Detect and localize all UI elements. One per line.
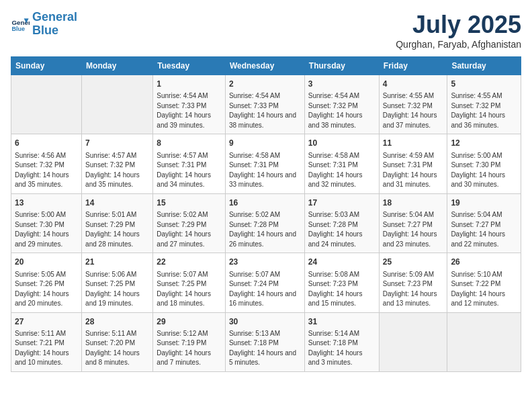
day-info: Sunrise: 5:00 AMSunset: 7:30 PMDaylight:… (15, 210, 78, 249)
logo-icon: General Blue (11, 15, 30, 34)
calendar-header-tuesday: Tuesday (153, 57, 226, 75)
day-info: Sunrise: 4:54 AMSunset: 7:33 PMDaylight:… (157, 91, 222, 130)
day-info: Sunrise: 5:10 AMSunset: 7:22 PMDaylight:… (451, 270, 517, 309)
calendar-day-cell: 5Sunrise: 4:55 AMSunset: 7:32 PMDaylight… (447, 75, 521, 134)
calendar-header-row: SundayMondayTuesdayWednesdayThursdayFrid… (11, 57, 521, 75)
calendar-day-cell: 9Sunrise: 4:58 AMSunset: 7:31 PMDaylight… (225, 134, 304, 193)
day-number: 26 (451, 257, 517, 268)
svg-text:Blue: Blue (11, 26, 25, 32)
calendar-week-row: 20Sunrise: 5:05 AMSunset: 7:26 PMDayligh… (11, 253, 521, 312)
day-number: 29 (157, 316, 222, 328)
page-header: General Blue General Blue July 2025 Qurg… (11, 11, 521, 50)
day-number: 15 (157, 197, 222, 209)
calendar-day-cell (82, 75, 153, 134)
day-info: Sunrise: 5:02 AMSunset: 7:29 PMDaylight:… (157, 210, 222, 249)
day-info: Sunrise: 5:13 AMSunset: 7:18 PMDaylight:… (229, 329, 301, 368)
day-number: 10 (308, 138, 375, 149)
calendar-day-cell (447, 312, 521, 371)
calendar-day-cell: 31Sunrise: 5:14 AMSunset: 7:18 PMDayligh… (304, 312, 379, 371)
day-info: Sunrise: 4:54 AMSunset: 7:33 PMDaylight:… (229, 91, 301, 130)
day-info: Sunrise: 5:01 AMSunset: 7:29 PMDaylight:… (85, 210, 149, 249)
day-info: Sunrise: 5:05 AMSunset: 7:26 PMDaylight:… (15, 270, 78, 309)
month-title: July 2025 (396, 11, 521, 39)
day-number: 9 (229, 138, 301, 149)
day-info: Sunrise: 5:03 AMSunset: 7:28 PMDaylight:… (308, 210, 375, 249)
day-number: 20 (15, 257, 78, 268)
calendar-day-cell: 8Sunrise: 4:57 AMSunset: 7:31 PMDaylight… (153, 134, 226, 193)
calendar-day-cell: 12Sunrise: 5:00 AMSunset: 7:30 PMDayligh… (447, 134, 521, 193)
calendar-header-thursday: Thursday (304, 57, 379, 75)
day-info: Sunrise: 5:08 AMSunset: 7:23 PMDaylight:… (308, 270, 375, 309)
calendar-day-cell: 18Sunrise: 5:04 AMSunset: 7:27 PMDayligh… (379, 193, 447, 253)
day-info: Sunrise: 5:02 AMSunset: 7:28 PMDaylight:… (229, 210, 301, 249)
title-block: July 2025 Qurghan, Faryab, Afghanistan (396, 11, 521, 50)
calendar-week-row: 13Sunrise: 5:00 AMSunset: 7:30 PMDayligh… (11, 193, 521, 253)
day-info: Sunrise: 5:07 AMSunset: 7:24 PMDaylight:… (229, 270, 301, 309)
calendar-day-cell: 26Sunrise: 5:10 AMSunset: 7:22 PMDayligh… (447, 253, 521, 312)
calendar-day-cell: 15Sunrise: 5:02 AMSunset: 7:29 PMDayligh… (153, 193, 226, 253)
calendar-day-cell: 2Sunrise: 4:54 AMSunset: 7:33 PMDaylight… (225, 75, 304, 134)
day-number: 1 (157, 79, 222, 90)
day-info: Sunrise: 5:11 AMSunset: 7:20 PMDaylight:… (85, 329, 149, 368)
calendar-day-cell: 29Sunrise: 5:12 AMSunset: 7:19 PMDayligh… (153, 312, 226, 371)
day-number: 18 (383, 197, 444, 209)
calendar-day-cell: 11Sunrise: 4:59 AMSunset: 7:31 PMDayligh… (379, 134, 447, 193)
calendar-day-cell: 3Sunrise: 4:54 AMSunset: 7:32 PMDaylight… (304, 75, 379, 134)
calendar-week-row: 27Sunrise: 5:11 AMSunset: 7:21 PMDayligh… (11, 312, 521, 371)
day-number: 16 (229, 197, 301, 209)
day-number: 19 (451, 197, 517, 209)
day-info: Sunrise: 4:58 AMSunset: 7:31 PMDaylight:… (308, 151, 375, 190)
calendar-day-cell: 25Sunrise: 5:09 AMSunset: 7:23 PMDayligh… (379, 253, 447, 312)
day-info: Sunrise: 5:09 AMSunset: 7:23 PMDaylight:… (383, 270, 444, 309)
day-number: 11 (383, 138, 444, 149)
day-info: Sunrise: 5:11 AMSunset: 7:21 PMDaylight:… (15, 329, 78, 368)
subtitle: Qurghan, Faryab, Afghanistan (396, 39, 521, 50)
calendar-day-cell: 13Sunrise: 5:00 AMSunset: 7:30 PMDayligh… (11, 193, 82, 253)
calendar-day-cell: 27Sunrise: 5:11 AMSunset: 7:21 PMDayligh… (11, 312, 82, 371)
day-number: 27 (15, 316, 78, 328)
day-info: Sunrise: 5:14 AMSunset: 7:18 PMDaylight:… (308, 329, 375, 368)
day-number: 4 (383, 79, 444, 90)
calendar-day-cell: 16Sunrise: 5:02 AMSunset: 7:28 PMDayligh… (225, 193, 304, 253)
calendar-header-saturday: Saturday (447, 57, 521, 75)
day-number: 24 (308, 257, 375, 268)
day-number: 21 (85, 257, 149, 268)
day-number: 31 (308, 316, 375, 328)
calendar-day-cell: 28Sunrise: 5:11 AMSunset: 7:20 PMDayligh… (82, 312, 153, 371)
day-number: 13 (15, 197, 78, 209)
calendar-day-cell: 14Sunrise: 5:01 AMSunset: 7:29 PMDayligh… (82, 193, 153, 253)
calendar-header-monday: Monday (82, 57, 153, 75)
day-info: Sunrise: 4:56 AMSunset: 7:32 PMDaylight:… (15, 151, 78, 190)
day-info: Sunrise: 5:12 AMSunset: 7:19 PMDaylight:… (157, 329, 222, 368)
calendar-day-cell: 19Sunrise: 5:04 AMSunset: 7:27 PMDayligh… (447, 193, 521, 253)
calendar-day-cell: 23Sunrise: 5:07 AMSunset: 7:24 PMDayligh… (225, 253, 304, 312)
calendar-week-row: 6Sunrise: 4:56 AMSunset: 7:32 PMDaylight… (11, 134, 521, 193)
day-info: Sunrise: 4:54 AMSunset: 7:32 PMDaylight:… (308, 91, 375, 130)
day-number: 8 (157, 138, 222, 149)
day-info: Sunrise: 5:04 AMSunset: 7:27 PMDaylight:… (451, 210, 517, 249)
day-number: 25 (383, 257, 444, 268)
logo: General Blue General Blue (11, 11, 77, 38)
day-number: 7 (85, 138, 149, 149)
calendar-day-cell: 20Sunrise: 5:05 AMSunset: 7:26 PMDayligh… (11, 253, 82, 312)
day-info: Sunrise: 4:59 AMSunset: 7:31 PMDaylight:… (383, 151, 444, 190)
calendar-day-cell: 22Sunrise: 5:07 AMSunset: 7:25 PMDayligh… (153, 253, 226, 312)
day-info: Sunrise: 4:57 AMSunset: 7:31 PMDaylight:… (157, 151, 222, 190)
calendar-day-cell: 10Sunrise: 4:58 AMSunset: 7:31 PMDayligh… (304, 134, 379, 193)
day-number: 14 (85, 197, 149, 209)
day-number: 22 (157, 257, 222, 268)
day-info: Sunrise: 5:07 AMSunset: 7:25 PMDaylight:… (157, 270, 222, 309)
day-info: Sunrise: 5:00 AMSunset: 7:30 PMDaylight:… (451, 151, 517, 190)
calendar-header-wednesday: Wednesday (225, 57, 304, 75)
day-number: 28 (85, 316, 149, 328)
day-number: 2 (229, 79, 301, 90)
calendar-day-cell: 6Sunrise: 4:56 AMSunset: 7:32 PMDaylight… (11, 134, 82, 193)
day-info: Sunrise: 4:57 AMSunset: 7:32 PMDaylight:… (85, 151, 149, 190)
day-info: Sunrise: 5:04 AMSunset: 7:27 PMDaylight:… (383, 210, 444, 249)
calendar-day-cell: 24Sunrise: 5:08 AMSunset: 7:23 PMDayligh… (304, 253, 379, 312)
day-number: 17 (308, 197, 375, 209)
day-number: 3 (308, 79, 375, 90)
day-info: Sunrise: 5:06 AMSunset: 7:25 PMDaylight:… (85, 270, 149, 309)
day-info: Sunrise: 4:58 AMSunset: 7:31 PMDaylight:… (229, 151, 301, 190)
day-number: 12 (451, 138, 517, 149)
